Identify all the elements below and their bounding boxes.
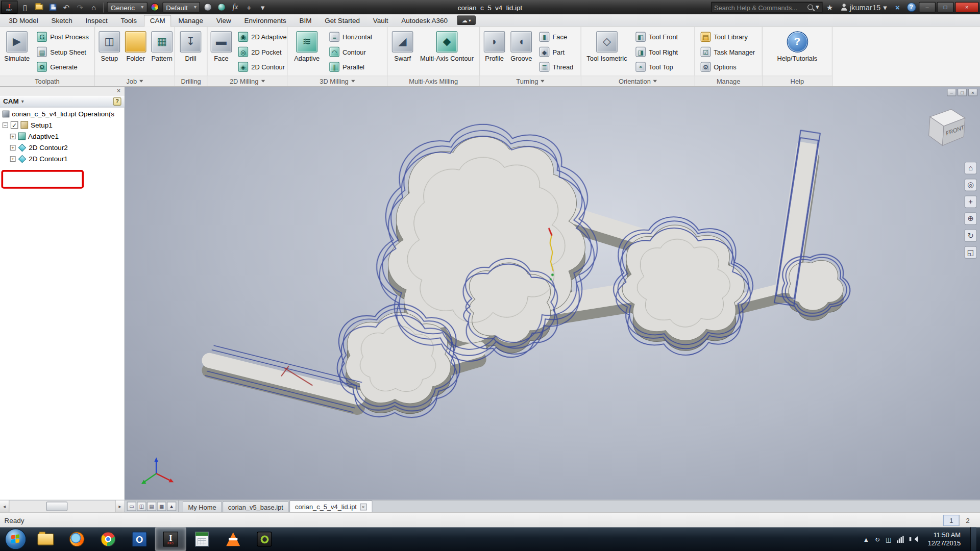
group-label-3d-milling[interactable]: 3D Milling — [287, 76, 387, 86]
tree-node-adaptive1[interactable]: + Adaptive1 — [0, 131, 125, 142]
horizontal-button[interactable]: ≡Horizontal — [326, 30, 376, 44]
group-label-turning[interactable]: Turning — [480, 76, 580, 86]
tree-node-2d-contour1[interactable]: + 2D Contour1 — [0, 153, 125, 164]
layout-grid-button[interactable]: ▦ — [157, 502, 166, 511]
layout-single-button[interactable]: ▭ — [127, 502, 136, 511]
tree-root-node[interactable]: corian_c_5_v4_lid.ipt Operation(s — [0, 108, 125, 119]
browser-help-button[interactable]: ? — [113, 97, 121, 105]
tray-update-icon[interactable]: ↻ — [875, 536, 880, 542]
layout-split-button[interactable]: ◫ — [137, 502, 146, 511]
taskbar-spreadsheet-button[interactable] — [186, 527, 217, 551]
tab-3d-model[interactable]: 3D Model — [3, 15, 44, 26]
2d-pocket-button[interactable]: ◎2D Pocket — [234, 44, 290, 59]
tab-sketch[interactable]: Sketch — [45, 15, 79, 26]
scroll-track[interactable] — [9, 500, 115, 512]
turning-thread-button[interactable]: ≣Thread — [535, 59, 577, 74]
model-canvas[interactable] — [125, 87, 980, 499]
taskbar-clock[interactable]: 11:50 AM 12/27/2015 — [924, 531, 964, 547]
doc-restore-button[interactable]: □ — [958, 89, 967, 96]
help-tutorials-button[interactable]: ?Help/Tutorials — [768, 28, 826, 76]
setup-sheet-button[interactable]: ▤Setup Sheet — [33, 44, 92, 59]
undo-button[interactable]: ↶ — [60, 1, 72, 13]
viewcube[interactable]: FRONT — [918, 103, 970, 156]
scroll-thumb[interactable] — [46, 502, 68, 511]
doc-minimize-button[interactable]: – — [947, 89, 956, 96]
multi-axis-contour-button[interactable]: ◆Multi-Axis Contour — [417, 28, 477, 76]
search-input[interactable] — [714, 4, 805, 11]
tab-environments[interactable]: Environments — [238, 15, 292, 26]
expand-icon[interactable]: + — [10, 156, 16, 162]
task-manager-button[interactable]: ☑Task Manager — [697, 44, 758, 59]
save-button[interactable] — [46, 1, 59, 13]
tray-display-icon[interactable]: ◫ — [886, 536, 892, 542]
color-wheel-button[interactable] — [149, 1, 161, 13]
show-desktop-button[interactable] — [970, 527, 976, 551]
help-menu-button[interactable]: ? — [905, 1, 917, 13]
contour-button[interactable]: ◠Contour — [326, 44, 376, 59]
tool-front-button[interactable]: ◧Tool Front — [632, 30, 682, 44]
appearance-dropdown[interactable]: Default ▾ — [162, 2, 201, 13]
expand-icon[interactable]: + — [10, 133, 16, 139]
appearance-ball-button[interactable] — [215, 1, 228, 13]
drill-button[interactable]: ↧Drill — [177, 28, 205, 76]
model-viewport[interactable]: – □ × FRONT ⌂ ◎ + ⊕ ↻ ◱ — [125, 87, 980, 499]
taskbar-inventor-button[interactable]: IPRO — [155, 527, 186, 551]
nav-wheel-button[interactable]: ◎ — [964, 179, 976, 191]
taskbar-chrome-button[interactable] — [92, 527, 124, 551]
tab-my-home[interactable]: My Home — [183, 501, 222, 512]
status-indicator-1[interactable]: 1 — [943, 514, 960, 525]
parameters-button[interactable]: fx — [229, 1, 241, 13]
browser-hscrollbar[interactable]: ◄ ► — [0, 500, 125, 512]
material-ball-button[interactable] — [202, 1, 214, 13]
tab-cam[interactable]: CAM — [143, 15, 171, 27]
taskbar-firefox-button[interactable] — [61, 527, 92, 551]
tab-close-button[interactable]: × — [360, 503, 366, 510]
swarf-button[interactable]: ◢Swarf — [389, 28, 415, 76]
tool-top-button[interactable]: ◓Tool Top — [632, 59, 682, 74]
tool-right-button[interactable]: ◨Tool Right — [632, 44, 682, 59]
close-button[interactable]: × — [955, 2, 979, 13]
generate-button[interactable]: ⚙Generate — [33, 59, 92, 74]
redo-button[interactable]: ↷ — [74, 1, 86, 13]
taskbar-outlook-button[interactable]: O — [124, 527, 155, 551]
tool-library-button[interactable]: ▤Tool Library — [697, 30, 758, 44]
tab-get-started[interactable]: Get Started — [318, 15, 366, 26]
collapse-icon[interactable]: − — [3, 122, 8, 128]
tab-autodesk-a360[interactable]: Autodesk A360 — [395, 15, 454, 26]
pattern-button[interactable]: ▦Pattern — [150, 28, 175, 76]
taskbar-explorer-button[interactable] — [30, 527, 61, 551]
tray-chevron-icon[interactable]: ▲ — [863, 536, 869, 542]
maximize-button[interactable]: □ — [937, 2, 954, 13]
2d-adaptive-button[interactable]: ◉2D Adaptive — [234, 30, 290, 44]
group-label-job[interactable]: Job — [95, 76, 175, 86]
start-button[interactable] — [5, 529, 27, 550]
tray-network-icon[interactable] — [897, 536, 904, 542]
material-dropdown[interactable]: Generic ▾ — [107, 2, 147, 13]
qat-customize-button[interactable]: ▾ — [257, 1, 269, 13]
turning-part-button[interactable]: ◆Part — [535, 44, 577, 59]
setup-button[interactable]: ◫Setup — [97, 28, 122, 76]
nav-home-button[interactable]: ⌂ — [964, 162, 976, 174]
tab-inspect[interactable]: Inspect — [79, 15, 114, 26]
layout-rows-button[interactable]: ▤ — [147, 502, 156, 511]
expand-icon[interactable]: + — [10, 144, 16, 150]
group-label-2d-milling[interactable]: 2D Milling — [208, 76, 287, 86]
simulate-button[interactable]: ▶ Simulate — [2, 28, 32, 76]
search-icon[interactable] — [807, 5, 813, 10]
tab-corian-c5-v4-lid[interactable]: corian_c_5_v4_lid.ipt × — [289, 500, 372, 512]
account-menu[interactable]: jkumar15 ▾ — [837, 1, 890, 13]
folder-button[interactable]: Folder — [123, 28, 148, 76]
a360-button[interactable]: × — [891, 1, 903, 13]
nav-pan-button[interactable]: + — [964, 195, 976, 208]
favorites-button[interactable]: ★ — [823, 1, 836, 13]
nav-orbit-button[interactable]: ↻ — [964, 229, 976, 241]
post-process-button[interactable]: GPost Process — [33, 30, 92, 44]
tab-bim[interactable]: BIM — [293, 15, 317, 26]
tab-corian-v5-base[interactable]: corian_v5_base.ipt — [223, 501, 289, 512]
parallel-button[interactable]: ∥Parallel — [326, 59, 376, 74]
2d-contour-button[interactable]: ◈2D Contour — [234, 59, 290, 74]
tab-tools[interactable]: Tools — [114, 15, 143, 26]
expand-tabs-button[interactable]: ▲ — [167, 502, 176, 511]
tool-isometric-button[interactable]: ◇Tool Isometric — [583, 28, 630, 76]
nav-zoom-button[interactable]: ⊕ — [964, 212, 976, 224]
